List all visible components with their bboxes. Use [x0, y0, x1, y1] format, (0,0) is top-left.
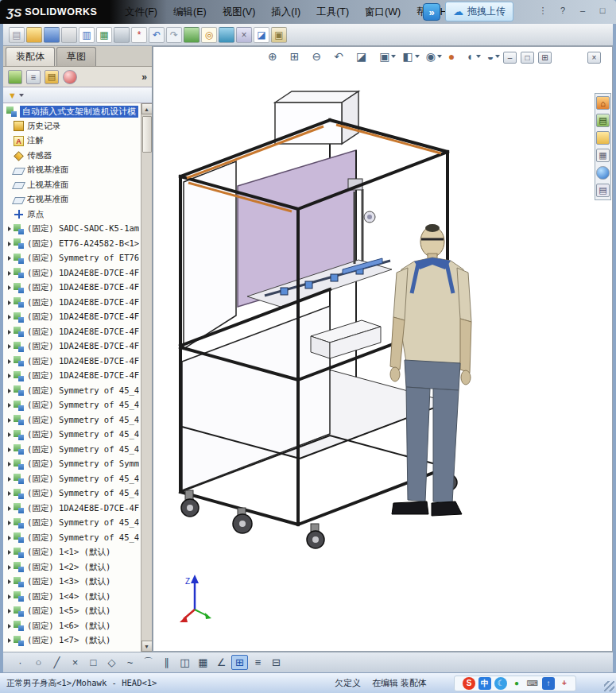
expand-arrow-icon[interactable] [8, 491, 11, 496]
dropdown-caret-icon[interactable] [495, 55, 500, 58]
tree-scrollbar[interactable]: ▲ ▼ [141, 103, 152, 652]
expand-arrow-icon[interactable] [8, 271, 11, 276]
expand-arrow-icon[interactable] [8, 624, 11, 629]
tree-item[interactable]: (固定) Symmetry of 45_4 [3, 472, 141, 487]
drag-upload-button[interactable]: ☁ 拖拽上传 [445, 2, 513, 21]
interference-check-icon[interactable]: × [236, 27, 252, 43]
tree-item[interactable]: (固定) Symmetry of 45_4 [3, 516, 141, 531]
view-settings-icon[interactable]: ◒ [487, 50, 500, 63]
tree-item[interactable]: (固定) 1DA24E8E-D7CE-4F [3, 354, 141, 370]
tree-item[interactable]: 原点 [3, 207, 141, 223]
tree-item[interactable]: 上视基准面 [3, 178, 141, 193]
restore-window-icon[interactable]: □ [597, 6, 608, 16]
expand-arrow-icon[interactable] [8, 506, 11, 511]
zoom-area-icon[interactable]: ⊞ [290, 50, 306, 63]
zoom-in-out-icon[interactable]: ⊖ [312, 50, 327, 63]
menu-item[interactable]: 插入(I) [264, 3, 308, 21]
screenshot-icon[interactable]: ▣ [271, 27, 287, 43]
view-orientation-icon[interactable]: ▣ [379, 50, 396, 63]
polygon-tool-icon[interactable]: ◇ [103, 655, 120, 670]
tree-item[interactable]: (固定) Symmetry of 45_4 [3, 384, 141, 399]
options-button[interactable]: ⊟ [268, 655, 285, 670]
open-document-icon[interactable] [26, 27, 42, 43]
design-library-icon[interactable]: ▤ [596, 114, 610, 127]
tree-item[interactable]: 历史记录 [3, 119, 141, 134]
scroll-thumb[interactable] [142, 116, 152, 153]
linear-pattern-icon[interactable]: ▦ [195, 655, 211, 670]
tree-item[interactable]: (固定) 1<1> (默认) [3, 545, 141, 560]
section-tool-icon[interactable]: ◪ [254, 27, 269, 43]
view-palette-icon[interactable]: ▦ [596, 149, 610, 162]
dropdown-caret-icon[interactable] [391, 55, 396, 58]
expand-arrow-icon[interactable] [8, 565, 11, 570]
insert-component-icon[interactable] [184, 27, 200, 43]
mirror-tool-icon[interactable]: ◫ [176, 655, 193, 670]
graphics-area[interactable]: Z ⊕ ⊞ ⊖ [153, 46, 613, 652]
expand-arrow-icon[interactable] [8, 256, 11, 261]
angle-dimension-icon[interactable]: ∠ [213, 655, 230, 670]
expand-arrow-icon[interactable] [8, 330, 11, 335]
display-style-icon[interactable]: ◧ [402, 50, 419, 63]
expand-arrow-icon[interactable] [8, 285, 11, 290]
tree-item[interactable]: (固定) 1<3> (默认) [3, 575, 141, 590]
zoom-fit-icon[interactable]: ⊕ [268, 50, 284, 63]
toolbox-icon[interactable]: + [558, 677, 571, 690]
file-explorer-icon[interactable] [596, 131, 610, 145]
tree-item[interactable]: 传感器 [3, 149, 141, 164]
tree-item[interactable]: (固定) Symmetry of 45_4 [3, 443, 141, 458]
resize-grip[interactable] [604, 681, 614, 691]
menu-item[interactable]: 工具(T) [309, 3, 356, 21]
expand-arrow-icon[interactable] [8, 462, 11, 467]
appearances-icon[interactable] [596, 166, 610, 180]
feature-manager-tree-icon[interactable] [8, 70, 22, 84]
previous-view-icon[interactable]: ↶ [334, 50, 350, 63]
redo-icon[interactable]: ↷ [166, 27, 182, 43]
tree-item[interactable]: (固定) 1DA24E8E-D7CE-4F [3, 325, 141, 340]
menu-item[interactable]: 窗口(W) [358, 3, 408, 21]
grid-system-button[interactable]: ⊞ [231, 655, 248, 670]
expand-arrow-icon[interactable] [8, 418, 11, 423]
expand-arrow-icon[interactable] [8, 300, 11, 305]
scroll-down-icon[interactable]: ▼ [141, 641, 153, 652]
dropdown-caret-icon[interactable] [437, 55, 442, 58]
expand-arrow-icon[interactable] [8, 374, 11, 378]
expand-arrow-icon[interactable] [8, 403, 11, 408]
expand-arrow-icon[interactable] [8, 521, 11, 525]
tree-item[interactable]: (固定) 1<5> (默认) [3, 604, 141, 619]
chinese-mode-icon[interactable]: 中 [478, 677, 491, 690]
dropdown-caret-icon[interactable] [476, 55, 481, 58]
apply-scene-icon[interactable]: ◐ [467, 50, 480, 63]
tree-item[interactable]: (固定) 1DA24E8E-D7CE-4F [3, 501, 141, 517]
expand-arrow-icon[interactable] [8, 389, 11, 393]
tree-item[interactable]: 前视基准面 [3, 163, 141, 178]
rebuild-icon[interactable]: * [131, 27, 147, 43]
tree-item[interactable]: (固定) 1DA24E8E-D7CE-4F [3, 281, 141, 296]
arc-tool-icon[interactable]: ⌒ [140, 655, 157, 670]
tree-item[interactable]: (固定) 1DA24E8E-D7CE-4F [3, 310, 141, 325]
tree-item[interactable]: (固定) 1DA24E8E-D7CE-4F [3, 339, 141, 354]
status-ok-icon[interactable]: ● [510, 677, 523, 690]
tab-sketch[interactable]: 草图 [56, 47, 96, 66]
print-icon[interactable] [114, 27, 130, 43]
expand-arrow-icon[interactable] [8, 550, 11, 555]
half-width-icon[interactable]: ☾ [494, 677, 507, 690]
save-icon[interactable] [44, 27, 60, 43]
doc-minimize-icon[interactable]: – [503, 52, 517, 64]
attachment-icon[interactable] [61, 27, 77, 43]
edit-appearance-icon[interactable]: ● [448, 50, 461, 63]
upload-tray-icon[interactable]: ↑ [542, 677, 555, 690]
help-icon[interactable]: ? [557, 6, 568, 16]
menu-item[interactable]: 视图(V) [215, 3, 263, 21]
custom-properties-icon[interactable]: ▤ [596, 184, 610, 197]
tree-item[interactable]: (固定) Symmetry of Symm [3, 457, 141, 472]
expand-arrow-icon[interactable] [8, 432, 11, 437]
minimize-window-icon[interactable]: – [577, 6, 588, 16]
expand-arrow-icon[interactable] [8, 477, 11, 482]
doc-tile-icon[interactable]: ⊞ [538, 52, 552, 64]
tree-item[interactable]: A 注解 [3, 134, 141, 149]
spline-tool-icon[interactable]: ~ [122, 655, 138, 670]
tree-item[interactable]: (固定) 1DA24E8E-D7CE-4F [3, 369, 141, 384]
expand-arrow-icon[interactable] [8, 579, 11, 584]
menu-item[interactable]: 编辑(E) [166, 3, 214, 21]
tab-assembly[interactable]: 装配体 [6, 47, 55, 66]
